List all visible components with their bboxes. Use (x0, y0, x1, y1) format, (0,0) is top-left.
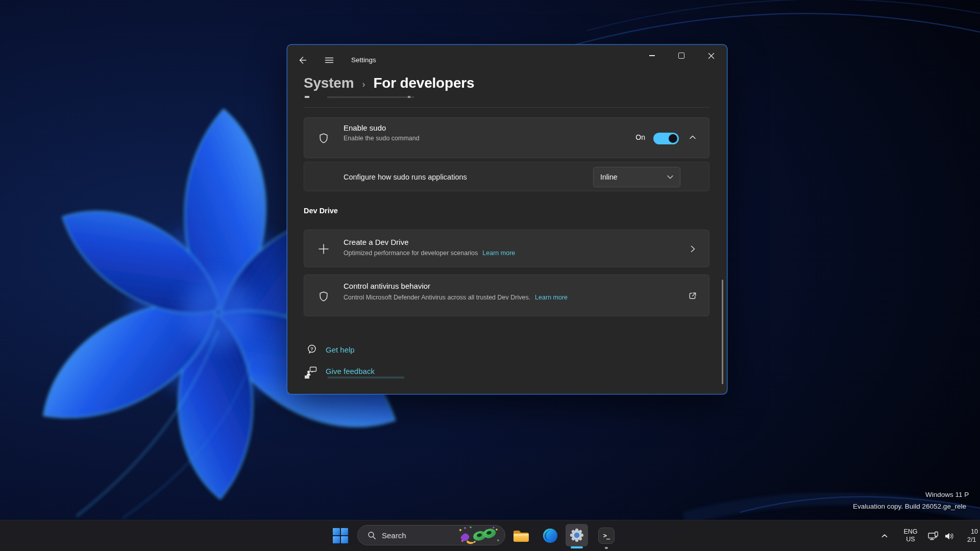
running-app-indicator (605, 547, 608, 549)
speaker-icon (944, 531, 955, 542)
file-explorer-icon (512, 528, 530, 543)
shield-icon (317, 132, 330, 144)
give-feedback-link[interactable]: Give feedback (306, 364, 375, 378)
clock-date[interactable]: 2/1 (967, 536, 976, 543)
nav-menu-button[interactable] (321, 53, 337, 67)
section-divider (304, 107, 709, 108)
control-antivirus-title: Control antivirus behavior (344, 282, 430, 290)
language-line1: ENG (897, 528, 924, 536)
settings-button-active[interactable] (566, 524, 588, 546)
breadcrumb: System › For developers (304, 72, 474, 94)
chevron-down-icon (667, 175, 673, 179)
file-explorer-button[interactable] (510, 524, 532, 547)
breadcrumb-system[interactable]: System (304, 75, 354, 91)
active-app-indicator (571, 546, 583, 548)
create-dev-drive-title: Create a Dev Drive (344, 238, 409, 246)
page-title: For developers (373, 75, 474, 91)
terminal-icon: >_ (603, 532, 609, 539)
toggle-state-label: On (622, 133, 645, 141)
close-icon (708, 53, 715, 59)
chevron-up-icon (881, 533, 888, 538)
language-indicator[interactable]: ENG US (897, 528, 924, 543)
chevron-right-icon (691, 245, 695, 253)
scrolled-content-remnant (327, 96, 414, 98)
evaluation-watermark-line1: Windows 11 P (925, 491, 969, 498)
chevron-up-icon[interactable] (690, 135, 696, 139)
toggle-knob (669, 134, 677, 143)
search-highlight-mask-icon (458, 525, 501, 545)
scrolled-content-remnant (408, 96, 410, 98)
close-button[interactable] (696, 46, 726, 65)
create-dev-drive-subtitle: Optimized performance for developer scen… (344, 249, 478, 257)
minimize-button[interactable] (637, 46, 667, 65)
dropdown-selected-value: Inline (600, 173, 617, 181)
control-antivirus-learn-more-link[interactable]: Learn more (535, 294, 568, 301)
configure-sudo-label: Configure how sudo runs applications (344, 162, 467, 192)
terminal-button[interactable]: >_ (598, 528, 615, 544)
scrolled-content-remnant (328, 377, 404, 379)
clock-time[interactable]: 10 (971, 528, 978, 535)
caption-controls (637, 46, 726, 65)
minimize-icon (649, 55, 655, 56)
shield-icon (317, 290, 330, 303)
help-bubble-icon: ? (306, 343, 318, 356)
get-help-link[interactable]: ? Get help (306, 343, 355, 356)
window-title: Settings (351, 56, 376, 64)
desktop: { "colors": { "accent_toggle": "#4cc2ff"… (0, 0, 980, 551)
give-feedback-label: Give feedback (326, 367, 375, 375)
enable-sudo-title: Enable sudo (344, 123, 386, 132)
network-button[interactable] (926, 529, 940, 544)
network-icon (927, 531, 939, 542)
sudo-mode-dropdown[interactable]: Inline (593, 167, 680, 187)
search-placeholder: Search (382, 531, 458, 540)
evaluation-watermark-line2: Evaluation copy. Build 26052.ge_rele (853, 503, 966, 510)
maximize-button[interactable] (667, 46, 696, 65)
edge-button[interactable] (539, 524, 561, 547)
search-icon (368, 531, 376, 540)
get-help-label: Get help (326, 345, 355, 354)
configure-sudo-card: Configure how sudo runs applications Inl… (304, 162, 709, 191)
edge-icon (542, 528, 558, 544)
back-button[interactable] (295, 53, 311, 67)
volume-button[interactable] (942, 529, 957, 544)
maximize-icon (678, 53, 684, 59)
tray-overflow-button[interactable] (877, 528, 892, 543)
language-line2: US (897, 536, 924, 543)
start-button[interactable] (329, 524, 352, 547)
control-antivirus-card[interactable]: Control antivirus behavior Control Micro… (304, 274, 709, 316)
hamburger-icon (325, 56, 334, 65)
svg-text:?: ? (310, 346, 313, 352)
back-arrow-icon (298, 55, 308, 65)
taskbar: Search (0, 520, 980, 551)
open-external-icon (688, 291, 698, 301)
gear-icon (570, 528, 584, 542)
dev-drive-section-header: Dev Drive (304, 207, 338, 215)
breadcrumb-separator-icon: › (362, 79, 365, 90)
scrolled-content-remnant (305, 375, 309, 379)
enable-sudo-toggle[interactable] (653, 133, 679, 144)
plus-icon (318, 243, 329, 255)
search-box[interactable]: Search (357, 525, 505, 545)
control-antivirus-subtitle: Control Microsoft Defender Antivirus acr… (344, 294, 530, 301)
create-dev-drive-learn-more-link[interactable]: Learn more (482, 249, 515, 257)
windows-logo-icon (333, 528, 348, 543)
enable-sudo-subtitle: Enable the sudo command (344, 135, 420, 142)
vertical-scrollbar[interactable] (722, 280, 723, 384)
settings-window: Settings System › For developers Enable … (287, 45, 727, 394)
scrolled-content-remnant (305, 96, 309, 98)
enable-sudo-card[interactable]: Enable sudo Enable the sudo command On (304, 117, 709, 158)
create-dev-drive-card[interactable]: Create a Dev Drive Optimized performance… (304, 230, 709, 267)
